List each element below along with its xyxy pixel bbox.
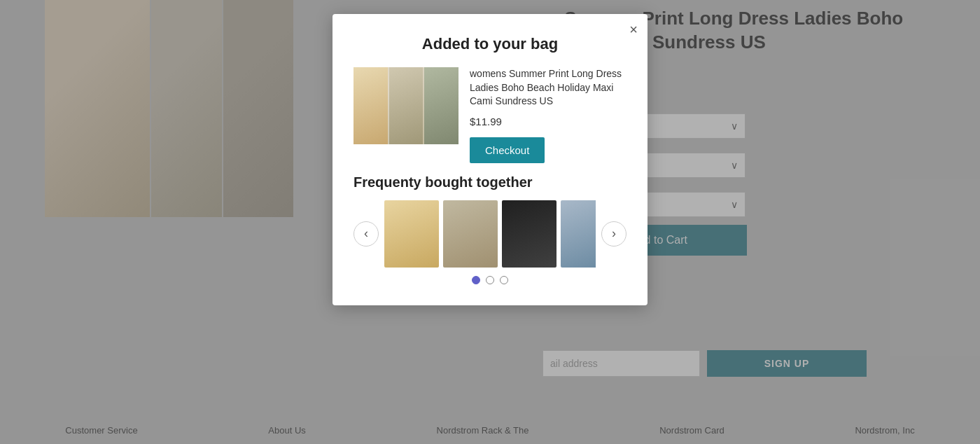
thumb-col-3	[424, 67, 458, 144]
modal-overlay: × Added to your bag womens Summer Print …	[0, 0, 980, 444]
frequently-bought-title: Frequenty bought together	[354, 174, 626, 190]
modal-product-price: $11.99	[470, 116, 626, 127]
modal-title: Added to your bag	[354, 35, 626, 53]
carousel-next-button[interactable]: ›	[601, 221, 626, 247]
carousel-item-3[interactable]	[502, 200, 556, 268]
modal-product-name: womens Summer Print Long Dress Ladies Bo…	[470, 67, 626, 109]
thumb-col-1	[354, 67, 388, 144]
modal-product-info: womens Summer Print Long Dress Ladies Bo…	[470, 67, 626, 163]
carousel-dot-3[interactable]	[500, 276, 508, 284]
thumb-col-2	[389, 67, 424, 144]
carousel-dots	[354, 276, 626, 284]
carousel-item-2[interactable]	[443, 200, 498, 268]
modal-product-row: womens Summer Print Long Dress Ladies Bo…	[354, 67, 626, 163]
carousel-prev-button[interactable]: ‹	[354, 221, 379, 247]
carousel-items	[384, 200, 596, 268]
carousel-item-4[interactable]	[561, 200, 596, 268]
carousel-dot-2[interactable]	[486, 276, 494, 284]
modal-dialog: × Added to your bag womens Summer Print …	[332, 14, 648, 305]
carousel-item-1[interactable]	[384, 200, 439, 268]
checkout-button[interactable]: Checkout	[470, 137, 545, 163]
carousel: ‹ ›	[354, 200, 626, 268]
carousel-dot-1[interactable]	[472, 276, 480, 284]
modal-close-button[interactable]: ×	[629, 22, 638, 36]
modal-product-thumbnail	[354, 67, 458, 144]
